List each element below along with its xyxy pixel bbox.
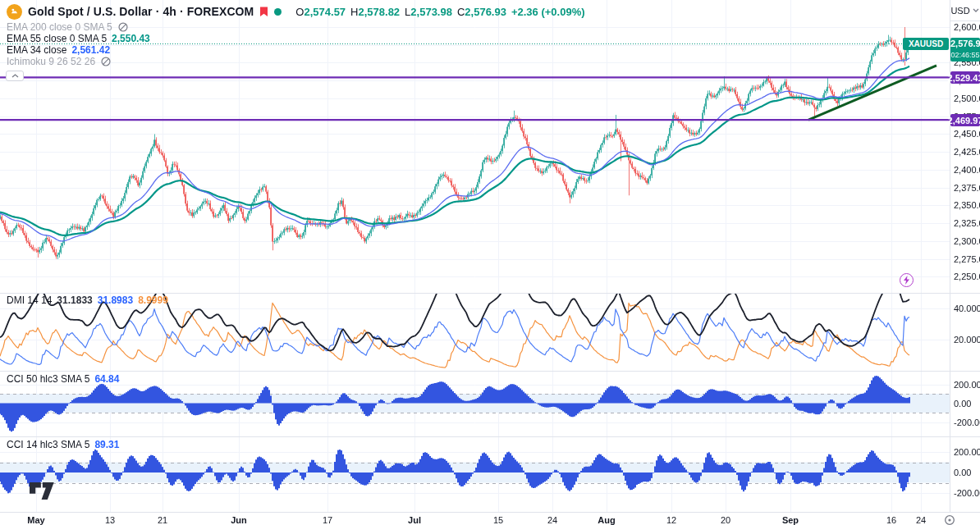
price-tick-label: 2,425.00 (954, 147, 980, 157)
collapse-legend-button[interactable] (6, 71, 24, 81)
legend-dmi[interactable]: DMI 14 14 31.1833 31.8983 8.9999 (7, 294, 168, 306)
dmi-plusdi-value: 31.8983 (98, 294, 133, 306)
legend-cci50[interactable]: CCI 50 hlc3 SMA 5 64.84 (7, 373, 119, 385)
time-axis-label: Jun (231, 515, 247, 525)
cci50-tick-label: 200.00 (954, 380, 980, 390)
cci50-tick-label: 0.00 (954, 399, 971, 409)
time-axis-label: 12 (666, 515, 676, 525)
low-value: 2,573.98 (410, 6, 452, 18)
tradingview-logo[interactable] (30, 482, 67, 503)
time-axis-label: 21 (158, 515, 167, 525)
current-price-badge: 2,576.93 02:46:55 (950, 38, 980, 62)
time-axis-label: 13 (105, 515, 115, 525)
high-value: 2,578.82 (358, 6, 400, 18)
cci50-value: 64.84 (94, 373, 119, 385)
lightning-icon (903, 276, 910, 285)
symbol-price-tag: XAUUSD (903, 38, 949, 50)
price-tick-label: 2,325.00 (954, 218, 980, 228)
legend-cci14[interactable]: CCI 14 hlc3 SMA 5 89.31 (7, 439, 119, 450)
close-value: 2,576.93 (465, 6, 506, 18)
level-badge-2529: 2,529.41 (950, 71, 980, 84)
cci14-tick-label: 0.00 (954, 468, 971, 477)
legend-ema200[interactable]: EMA 200 close 0 SMA 5 (7, 21, 129, 33)
current-price-value: 2,576.93 (950, 38, 980, 50)
price-tick-label: 2,400.00 (954, 165, 980, 175)
scroll-to-realtime-button[interactable] (944, 514, 955, 525)
open-value: 2,574.57 (304, 6, 346, 18)
time-axis-label: 24 (916, 515, 926, 525)
currency-selector[interactable]: USD (950, 0, 980, 21)
ema55-value: 2,550.43 (112, 33, 150, 44)
time-axis-label: 20 (721, 515, 730, 525)
chevron-down-icon (973, 8, 979, 12)
change-value: +2.36 (+0.09%) (511, 6, 585, 18)
dmi-tick-label: 20.0000 (954, 335, 980, 345)
dmi-adx-value: 31.1833 (57, 294, 92, 306)
flag-icon[interactable] (259, 7, 268, 17)
eye-off-icon[interactable] (100, 56, 112, 67)
price-tick-label: 2,275.00 (954, 254, 980, 264)
price-tick-label: 2,600.00 (954, 22, 980, 32)
legend-ichimoku[interactable]: Ichimoku 9 26 52 26 (7, 56, 112, 67)
ema34-value: 2,561.42 (71, 44, 110, 56)
trading-chart-window: 2,600.002,575.002,550.002,525.002,500.00… (0, 0, 980, 525)
eye-off-icon[interactable] (117, 21, 129, 33)
time-axis-label: 17 (323, 515, 332, 525)
lightning-trade-button[interactable] (900, 273, 914, 287)
time-axis-label: 16 (886, 515, 896, 525)
time-axis-label: Sep (782, 515, 799, 525)
price-tick-label: 2,300.00 (954, 236, 980, 246)
time-axis-label: Aug (598, 515, 615, 525)
price-tick-label: 2,350.00 (954, 200, 980, 210)
chart-header: Gold Spot / U.S. Dollar · 4h · FOREXCOM … (7, 3, 585, 20)
price-tick-label: 2,500.00 (954, 94, 980, 103)
bar-countdown: 02:46:55 (950, 50, 980, 60)
axis-labels-layer: 2,600.002,575.002,550.002,525.002,500.00… (0, 0, 980, 525)
legend-ema55[interactable]: EMA 55 close 0 SMA 5 2,550.43 (7, 33, 150, 44)
legend-ema34[interactable]: EMA 34 close 2,561.42 (7, 44, 110, 56)
price-tick-label: 2,450.00 (954, 129, 980, 139)
market-status-dot[interactable] (274, 8, 282, 16)
chevron-up-icon (11, 74, 19, 78)
price-tick-label: 2,250.00 (954, 272, 980, 281)
cci14-value: 89.31 (94, 439, 119, 450)
currency-label: USD (950, 6, 969, 16)
gold-symbol-icon (7, 4, 22, 20)
target-icon (944, 514, 955, 525)
symbol-title[interactable]: Gold Spot / U.S. Dollar · 4h · FOREXCOM (28, 5, 254, 18)
level-badge-2469: 2,469.97 (950, 114, 980, 126)
dmi-tick-label: 40.0000 (954, 304, 980, 313)
time-axis-label: 15 (493, 515, 503, 525)
time-axis-label: Jul (408, 515, 421, 525)
cci50-tick-label: -200.00 (954, 418, 980, 427)
cci14-tick-label: -200.00 (954, 488, 980, 498)
time-axis-label: May (27, 515, 44, 525)
time-axis-label: 24 (547, 515, 557, 525)
cci14-tick-label: 200.00 (954, 447, 980, 457)
ohlc-readout: O2,574.57 H2,578.82 L2,573.98 C2,576.93 … (295, 6, 584, 18)
dmi-minusdi-value: 8.9999 (138, 294, 168, 306)
price-tick-label: 2,375.00 (954, 183, 980, 193)
